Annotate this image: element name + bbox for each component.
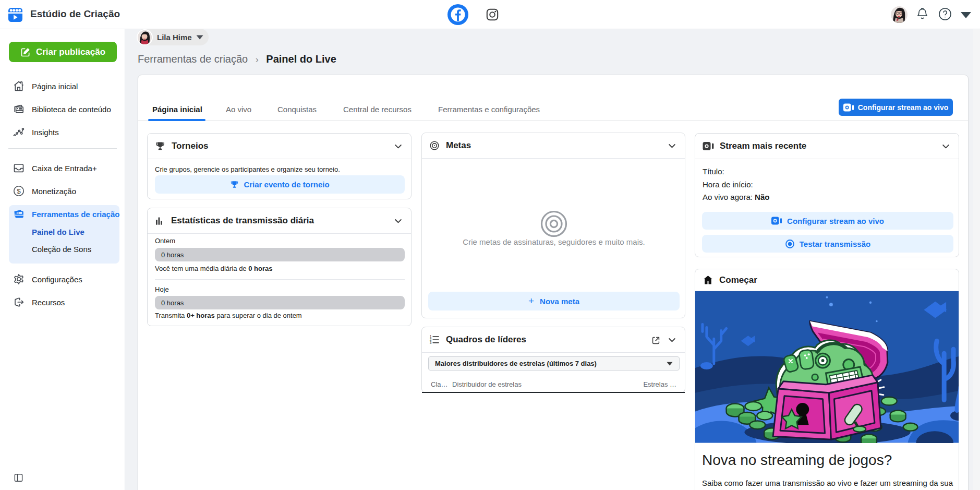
svg-text:$: $ — [17, 187, 21, 195]
svg-text:3: 3 — [430, 341, 432, 344]
